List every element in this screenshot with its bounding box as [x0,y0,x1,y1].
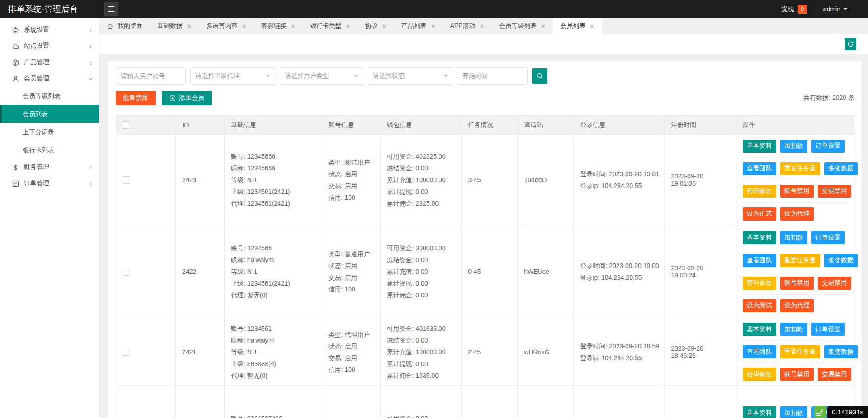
start-time-input[interactable] [458,67,528,85]
sidebar-item-points-records[interactable]: 上下分记录 [0,123,99,141]
row-checkbox[interactable] [123,176,130,184]
search-button[interactable] [532,68,547,84]
tab-agreement[interactable]: 协议✕ [358,18,394,34]
gear-icon [12,26,19,34]
view-team-button[interactable]: 查看团队 [743,162,776,175]
sidebar-item-bank-card-list[interactable]: 银行卡列表 [0,141,99,159]
column-header-task-status: 任务情况 [462,116,518,135]
withdraw-count-badge: 0 [798,5,807,14]
cell-task-status: 3-45 [462,135,518,225]
add-member-button[interactable]: 添加会员 [162,91,212,105]
disable-account-button[interactable]: 账号禁用 [780,185,814,198]
refresh-button[interactable] [845,38,856,50]
basic-profile-button[interactable]: 基本资料 [743,406,776,418]
close-icon[interactable]: ✕ [187,23,192,30]
tab-bank-card-type[interactable]: 银行卡类型✕ [303,18,358,34]
basic-profile-button[interactable]: 基本资料 [743,323,776,336]
add-deduct-button[interactable]: 加扣款 [780,323,807,336]
cell-id: 2421 [176,318,225,386]
select-all-checkbox[interactable] [123,121,130,129]
sidebar-item-system-settings[interactable]: 系统设置 ‹ [0,22,99,38]
cell-id: 2423 [176,135,225,225]
account-changes-button[interactable]: 账变数据 [824,345,858,358]
tab-multilanguage[interactable]: 多语言内容✕ [199,18,254,34]
set-agent-button[interactable]: 设为代理 [780,299,814,312]
member-list-panel: 请选择下级代理 请选择用户类型 请选择状态 批量禁用 添加会员 共有数据: 20… [108,61,862,418]
menu-toggle-button[interactable] [104,2,118,16]
cell-invite-code [518,386,574,418]
set-agent-button[interactable]: 设为代理 [780,207,814,221]
sidebar-item-member-level-list[interactable]: 会员等级列表 [0,87,99,105]
close-icon[interactable]: ✕ [346,23,351,30]
sidebar-item-member-management[interactable]: 会员管理 ‹ [0,70,99,87]
account-search-input[interactable] [116,67,186,85]
add-deduct-button[interactable]: 加扣款 [780,231,807,244]
change-password-button[interactable]: 密码修改 [743,185,776,198]
account-changes-button[interactable]: 账变数据 [824,162,858,175]
change-password-button[interactable]: 密码修改 [743,368,776,381]
user-menu[interactable]: admin [823,5,848,13]
basic-profile-button[interactable]: 基本资料 [743,140,776,153]
close-icon[interactable]: ✕ [291,23,296,30]
order-settings-button[interactable]: 订单设置 [811,231,845,244]
chevron-left-icon: ‹ [89,164,92,171]
sidebar-item-finance-management[interactable]: $ 财务管理 ‹ [0,159,99,175]
sidebar-item-label: 站点设置 [24,42,49,50]
tab-desktop[interactable]: 我的桌面 [99,18,150,34]
sidebar-item-site-settings[interactable]: 站点设置 ‹ [0,38,99,54]
tab-basic-data[interactable]: 基础数据✕ [150,18,199,34]
close-icon[interactable]: ✕ [479,23,484,30]
close-icon[interactable]: ✕ [431,23,436,30]
tab-app-scroll[interactable]: APP滚动✕ [443,18,491,34]
row-checkbox[interactable] [123,348,130,356]
sidebar-item-label: 会员管理 [24,75,49,83]
close-icon[interactable]: ✕ [242,23,247,30]
column-header-register-time: 注册时间 [665,116,736,135]
disable-trade-button[interactable]: 交易禁用 [818,368,851,381]
reset-tasks-button[interactable]: 重置任务量 [780,162,820,175]
order-settings-button[interactable]: 订单设置 [811,140,845,153]
agent-select[interactable]: 请选择下级代理 [190,67,275,85]
disable-trade-button[interactable]: 交易禁用 [818,277,851,290]
view-team-button[interactable]: 查看团队 [743,254,776,267]
batch-disable-button[interactable]: 批量禁用 [116,91,156,105]
tab-member-level-list[interactable]: 会员等级列表✕ [491,18,553,34]
disable-account-button[interactable]: 账号禁用 [780,277,814,290]
change-password-button[interactable]: 密码修改 [743,277,776,290]
basic-profile-button[interactable]: 基本资料 [743,231,776,244]
reset-tasks-button[interactable]: 重置任务量 [780,345,820,358]
close-icon[interactable]: ✕ [382,23,387,30]
disable-trade-button[interactable]: 交易禁用 [818,185,851,198]
cell-wallet-info: 可用资金: 0.00冻结资金: 0.00 [387,413,455,418]
column-header-actions: 操作 [736,116,854,135]
close-icon[interactable]: ✕ [541,23,546,30]
member-table: ID 基础信息 账号信息 钱包信息 任务情况 邀请码 登录信息 注册时间 操作 … [116,115,854,418]
row-checkbox[interactable] [123,268,130,276]
tab-service-link[interactable]: 客服链接✕ [254,18,303,34]
cell-register-time: 2023-09-20 18:46:26 [665,318,736,386]
close-icon[interactable]: ✕ [590,23,594,30]
cell-actions: 基本资料 加扣款 订单设置 查看团队 重置任务量 账变数据 密码修改 账号禁用 … [736,135,854,225]
status-select[interactable]: 请选择状态 [368,67,453,85]
add-deduct-button[interactable]: 加扣款 [780,140,807,153]
view-team-button[interactable]: 查看团队 [743,345,776,358]
cell-login-info: 登录时间: 2023-09-20 19:01登录ip: 104.234.20.5… [580,168,658,192]
sidebar-item-product-management[interactable]: 产品管理 ‹ [0,54,99,70]
tab-product-list[interactable]: 产品列表✕ [394,18,443,34]
set-test-button[interactable]: 设为测试 [743,299,776,312]
add-deduct-button[interactable]: 加扣款 [780,406,807,418]
column-header-id: ID [176,116,225,135]
disable-account-button[interactable]: 账号禁用 [780,368,814,381]
cell-id: 2422 [176,225,225,318]
user-type-select[interactable]: 请选择用户类型 [280,67,363,85]
set-official-button[interactable]: 设为正式 [743,207,776,221]
tab-member-list[interactable]: 会员列表✕ [553,18,602,34]
withdraw-link[interactable]: 提现 [782,5,794,13]
reset-tasks-button[interactable]: 重置任务量 [780,254,820,267]
account-changes-button[interactable]: 账变数据 [824,254,858,267]
sidebar-item-order-management[interactable]: 订单管理 ‹ [0,175,99,192]
chevron-left-icon: ‹ [89,26,92,34]
sidebar-item-member-list[interactable]: 会员列表 [0,105,99,123]
order-settings-button[interactable]: 订单设置 [811,323,845,336]
column-header-login-info: 登录信息 [574,116,665,135]
